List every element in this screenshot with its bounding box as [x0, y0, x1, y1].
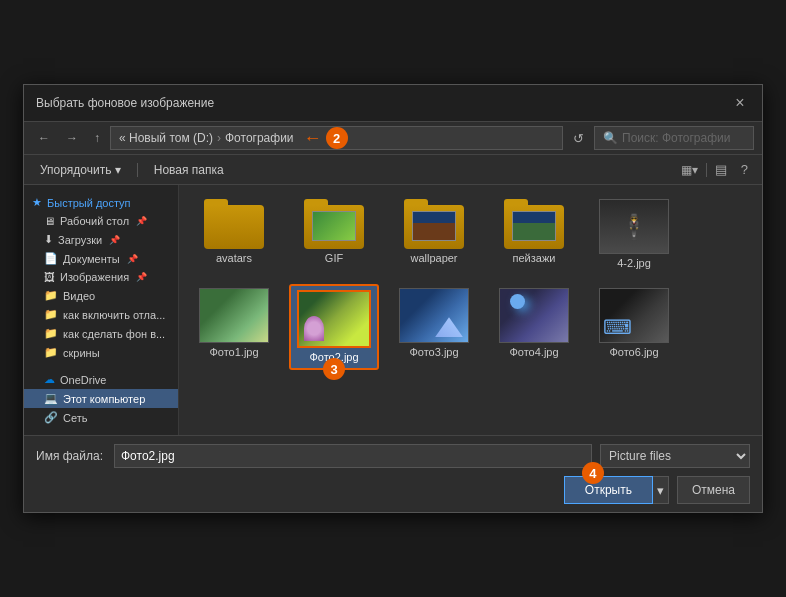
open-button[interactable]: Открыть [564, 476, 653, 504]
organize-button[interactable]: Упорядочить ▾ [32, 160, 129, 180]
main-content: avatars GIF [179, 185, 762, 435]
quick-access-section: ★ Быстрый доступ 🖥 Рабочий стол 📌 ⬇ Загр… [24, 193, 178, 362]
file-item-wallpaper[interactable]: wallpaper [389, 195, 479, 274]
search-bar[interactable]: 🔍 Поиск: Фотографии [594, 126, 754, 150]
photo-thumb-foto6 [599, 288, 669, 343]
back-button[interactable]: ← [32, 128, 56, 148]
file-item-foto1[interactable]: Фото1.jpg [189, 284, 279, 370]
sidebar-item-folder2-label: как сделать фон в... [63, 328, 165, 340]
photo-thumb-foto1 [199, 288, 269, 343]
thumb-4-2: 🕴 [600, 200, 668, 253]
sidebar-item-screens[interactable]: 📁 скрины [24, 343, 178, 362]
folder-base-gif [304, 205, 364, 249]
close-button[interactable]: × [730, 93, 750, 113]
folder-base-avatars [204, 205, 264, 249]
sidebar-item-downloads[interactable]: ⬇ Загрузки 📌 [24, 230, 178, 249]
sidebar-item-images[interactable]: 🖼 Изображения 📌 [24, 268, 178, 286]
pin-icon-4: 📌 [136, 272, 147, 282]
file-label-foto1: Фото1.jpg [209, 346, 258, 359]
gif-preview [313, 212, 355, 240]
nav-toolbar: ← → ↑ « Новый том (D:) › Фотографии ← 2 … [24, 122, 762, 155]
action-bar: Упорядочить ▾ Новая папка ▦▾ ▤ ? [24, 155, 762, 185]
view-details-button[interactable]: ▤ [709, 159, 733, 180]
onedrive-icon: ☁ [44, 373, 55, 386]
file-label-4-2: 4-2.jpg [617, 257, 651, 270]
folder1-icon: 📁 [44, 308, 58, 321]
file-item-foto3[interactable]: Фото3.jpg [389, 284, 479, 370]
sidebar-item-downloads-label: Загрузки [58, 234, 102, 246]
new-folder-button[interactable]: Новая папка [146, 160, 232, 180]
footer: Имя файла: Picture files 4 Открыть ▾ Отм… [24, 435, 762, 512]
file-item-foto4[interactable]: Фото4.jpg [489, 284, 579, 370]
pin-icon-2: 📌 [109, 235, 120, 245]
forward-button[interactable]: → [60, 128, 84, 148]
network-icon: 🔗 [44, 411, 58, 424]
photo-thumb-foto2 [297, 290, 371, 348]
sidebar-item-network[interactable]: 🔗 Сеть [24, 408, 178, 427]
breadcrumb: « Новый том (D:) › Фотографии ← 2 [119, 127, 554, 149]
search-icon: 🔍 [603, 131, 618, 145]
sidebar-item-folder1-label: как включить отла... [63, 309, 165, 321]
filename-input[interactable] [114, 444, 592, 468]
wallpaper-preview [413, 212, 455, 240]
filetype-select[interactable]: Picture files [600, 444, 750, 468]
thumb-foto1 [200, 289, 268, 342]
file-item-gif[interactable]: GIF [289, 195, 379, 274]
help-button[interactable]: ? [735, 159, 754, 180]
folder-thumb-gif [304, 199, 364, 249]
video-icon: 📁 [44, 289, 58, 302]
file-item-4-2[interactable]: 🕴 4-2.jpg [589, 195, 679, 274]
sidebar-item-folder1[interactable]: 📁 как включить отла... [24, 305, 178, 324]
file-item-peizazhi[interactable]: пейзажи [489, 195, 579, 274]
organize-label: Упорядочить ▾ [40, 163, 121, 177]
toolbar-divider [137, 163, 138, 177]
sidebar-item-video-label: Видео [63, 290, 95, 302]
file-item-foto2[interactable]: Фото2.jpg 3 [289, 284, 379, 370]
breadcrumb-folder: Фотографии [225, 131, 294, 145]
sidebar-item-folder2[interactable]: 📁 как сделать фон в... [24, 324, 178, 343]
sidebar-item-desktop[interactable]: 🖥 Рабочий стол 📌 [24, 212, 178, 230]
folder-thumb-peizazhi [504, 199, 564, 249]
view-extra-button[interactable]: ▦▾ [675, 160, 704, 180]
screens-icon: 📁 [44, 346, 58, 359]
sidebar-item-video[interactable]: 📁 Видео [24, 286, 178, 305]
refresh-button[interactable]: ↺ [567, 128, 590, 149]
sidebar-item-screens-label: скрины [63, 347, 100, 359]
sidebar-item-this-pc-label: Этот компьютер [63, 393, 145, 405]
dialog-title: Выбрать фоновое изображение [36, 96, 214, 110]
breadcrumb-bar[interactable]: « Новый том (D:) › Фотографии ← 2 [110, 126, 563, 150]
file-label-avatars: avatars [216, 252, 252, 265]
sidebar-item-network-label: Сеть [63, 412, 87, 424]
folder-thumb-avatars [204, 199, 264, 249]
quick-access-label: Быстрый доступ [47, 197, 131, 209]
sidebar-item-documents[interactable]: 📄 Документы 📌 [24, 249, 178, 268]
view-buttons: ▦▾ ▤ ? [675, 159, 754, 180]
peizazhi-preview [513, 212, 555, 240]
file-item-foto6[interactable]: Фото6.jpg [589, 284, 679, 370]
up-button[interactable]: ↑ [88, 128, 106, 148]
file-label-foto3: Фото3.jpg [409, 346, 458, 359]
photo-thumb-foto3 [399, 288, 469, 343]
view-divider [706, 163, 707, 177]
sidebar-item-onedrive[interactable]: ☁ OneDrive [24, 370, 178, 389]
file-dialog: Выбрать фоновое изображение × ← → ↑ « Но… [23, 84, 763, 513]
star-icon: ★ [32, 196, 42, 209]
file-label-peizazhi: пейзажи [513, 252, 556, 265]
thumb-foto6 [600, 289, 668, 342]
content-area: ★ Быстрый доступ 🖥 Рабочий стол 📌 ⬇ Загр… [24, 185, 762, 435]
folder2-icon: 📁 [44, 327, 58, 340]
annotation-2: 2 [326, 127, 348, 149]
cancel-button[interactable]: Отмена [677, 476, 750, 504]
quick-access-header: ★ Быстрый доступ [24, 193, 178, 212]
photo-thumb-4-2: 🕴 [599, 199, 669, 254]
folder-thumb-wallpaper [404, 199, 464, 249]
annotation-4: 4 [582, 462, 604, 484]
breadcrumb-sep: › [217, 131, 221, 145]
filename-row: Имя файла: Picture files [36, 444, 750, 468]
file-item-avatars[interactable]: avatars [189, 195, 279, 274]
new-folder-label: Новая папка [154, 163, 224, 177]
sidebar-item-images-label: Изображения [60, 271, 129, 283]
photo-thumb-foto4 [499, 288, 569, 343]
open-dropdown-button[interactable]: ▾ [653, 476, 669, 504]
sidebar-item-this-pc[interactable]: 💻 Этот компьютер [24, 389, 178, 408]
